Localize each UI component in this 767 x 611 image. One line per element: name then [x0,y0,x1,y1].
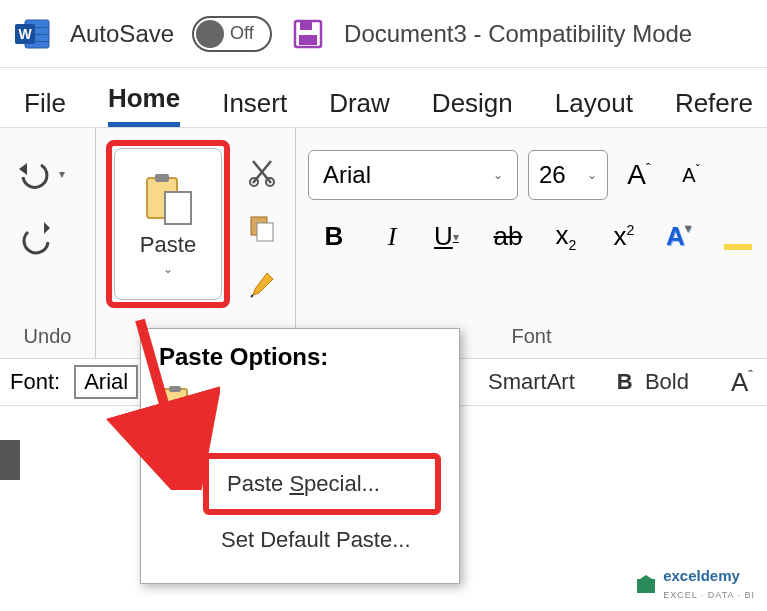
paste-highlight: Paste ⌄ [106,140,230,308]
keep-source-formatting-button[interactable] [159,385,441,433]
font-size-value: 26 [539,161,566,189]
ribbon-tabs: File Home Insert Draw Design Layout Refe… [0,68,767,128]
font-size-dropdown[interactable]: 26⌄ [528,150,608,200]
svg-rect-7 [300,21,312,30]
tab-design[interactable]: Design [432,88,513,127]
italic-button[interactable]: I [376,222,408,252]
font-name-dropdown[interactable]: Arial⌄ [308,150,518,200]
font-display-box[interactable]: Arial [74,365,138,399]
toggle-state-label: Off [230,23,254,44]
svg-rect-20 [637,579,655,593]
font-label: Font: [10,369,60,395]
underline-button[interactable]: U▾ [434,221,466,252]
clipboard-group: Paste ⌄ [96,128,296,358]
bold-button[interactable]: B [318,221,350,252]
autosave-label: AutoSave [70,20,174,48]
paste-options-popup: Paste Options: Paste Special... Set Defa… [140,328,460,584]
cut-button[interactable] [242,152,282,192]
chevron-down-icon: ⌄ [493,168,503,182]
svg-rect-15 [257,223,273,241]
save-button[interactable] [290,16,326,52]
autosave-toggle[interactable]: Off [192,16,272,52]
toggle-knob [196,20,224,48]
watermark: exceldemyEXCEL · DATA · BI [635,567,755,601]
font-group: Arial⌄ 26⌄ Aˆ Aˇ B I U▾ ab x2 x2 A▾ [296,128,767,358]
font-increase-quick[interactable]: Aˆ [717,367,767,398]
strikethrough-button[interactable]: ab [492,221,524,252]
paste-label: Paste [140,232,196,258]
chevron-down-icon: ▾ [453,230,459,244]
tab-insert[interactable]: Insert [222,88,287,127]
tab-file[interactable]: File [24,88,66,127]
undo-button[interactable]: ▾ [12,152,66,196]
svg-rect-17 [169,386,181,392]
popup-title: Paste Options: [159,343,441,371]
subscript-button[interactable]: x2 [550,220,582,253]
chevron-down-icon: ⌄ [587,168,597,182]
clipboard-paste-icon [139,172,197,228]
paste-button[interactable]: Paste ⌄ [114,148,222,300]
document-title: Document3 - Compatibility Mode [344,20,692,48]
svg-rect-11 [165,192,191,224]
bold-quick-button[interactable]: B Bold [603,369,703,395]
tab-draw[interactable]: Draw [329,88,390,127]
svg-rect-8 [299,35,317,45]
copy-button[interactable] [242,208,282,248]
highlight-color-button[interactable] [724,244,752,250]
format-painter-button[interactable] [242,264,282,304]
tab-layout[interactable]: Layout [555,88,633,127]
font-name-value: Arial [323,161,371,189]
redo-button[interactable] [12,216,66,260]
tab-references[interactable]: Refere [675,88,753,127]
ruler-marker [0,440,20,480]
ribbon: ▾ Undo Paste ⌄ [0,128,767,358]
chevron-down-icon: ▾ [59,167,65,181]
set-default-paste-menuitem[interactable]: Set Default Paste... [203,515,441,565]
title-bar: W AutoSave Off Document3 - Compatibility… [0,0,767,68]
word-app-icon: W [14,17,52,51]
increase-font-button[interactable]: Aˆ [618,154,660,196]
undo-group-label: Undo [0,319,95,358]
svg-rect-18 [177,401,197,425]
superscript-button[interactable]: x2 [608,221,640,252]
decrease-font-button[interactable]: Aˇ [670,154,712,196]
text-effects-button[interactable]: A▾ [666,221,698,252]
undo-group: ▾ Undo [0,128,96,358]
svg-text:W: W [18,26,32,42]
chevron-down-icon: ⌄ [163,262,173,276]
smartart-button[interactable]: SmartArt [474,369,589,395]
paste-special-menuitem[interactable]: Paste Special... [203,453,441,515]
svg-rect-10 [155,174,169,182]
chevron-down-icon: ▾ [685,221,691,252]
tab-home[interactable]: Home [108,83,180,127]
